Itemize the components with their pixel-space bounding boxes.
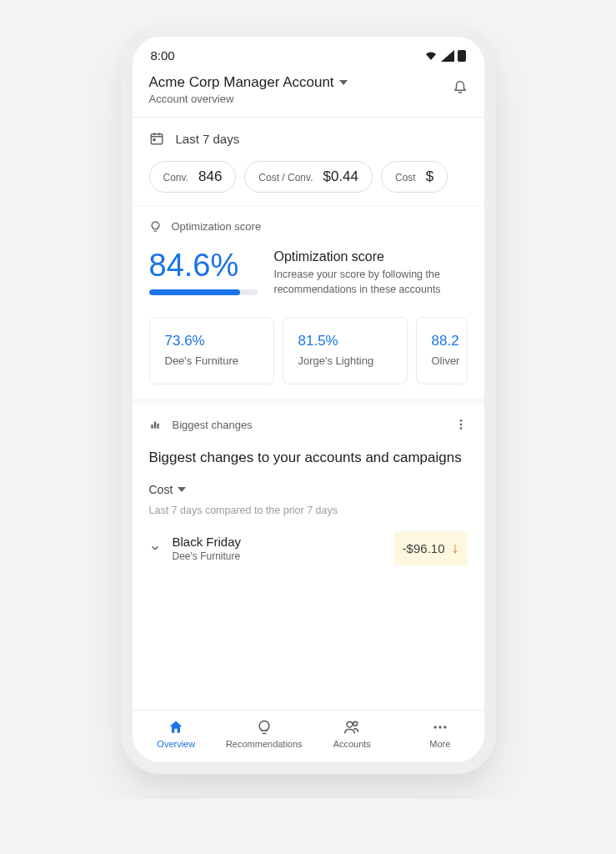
svg-rect-4 <box>157 424 158 429</box>
phone-frame: 8:00 Acme Corp Manager Account Account o… <box>121 25 496 774</box>
metric-dropdown[interactable]: Cost <box>149 483 468 496</box>
metric-label: Cost / Conv. <box>258 172 313 183</box>
status-icons <box>424 50 466 62</box>
change-account: Dee's Furniture <box>173 550 383 562</box>
optimization-section-label: Optimization score <box>172 220 262 233</box>
account-name: Dee's Furniture <box>165 354 258 367</box>
notifications-icon[interactable] <box>453 78 468 94</box>
account-name: Oliver <box>432 354 452 367</box>
svg-rect-2 <box>151 424 153 429</box>
nav-label: Accounts <box>333 739 371 749</box>
account-name: Jorge's Lighting <box>298 354 392 367</box>
change-value: -$96.10 <box>403 541 445 555</box>
optimization-description: Increase your score by following the rec… <box>274 268 468 297</box>
svg-point-6 <box>459 424 462 426</box>
more-horiz-icon <box>432 719 448 736</box>
calendar-icon <box>149 131 164 146</box>
changes-title: Biggest changes to your accounts and cam… <box>149 448 468 468</box>
metric-label: Conv. <box>163 172 188 183</box>
arrow-down-icon: ↓ <box>452 540 459 557</box>
svg-point-10 <box>433 726 436 728</box>
optimization-section: Optimization score 84.6% Optimization sc… <box>133 207 484 398</box>
change-row[interactable]: Black Friday Dee's Furniture -$96.10 ↓ <box>149 531 468 565</box>
svg-point-5 <box>459 419 462 422</box>
status-bar: 8:00 <box>133 37 484 68</box>
home-icon <box>168 719 184 736</box>
nav-label: Overview <box>157 739 195 749</box>
optimization-score-column: 84.6% <box>149 249 258 295</box>
metric-value: 846 <box>198 168 222 185</box>
optimization-progress-bar <box>149 289 258 295</box>
app-header: Acme Corp Manager Account Account overvi… <box>133 68 484 117</box>
svg-point-12 <box>443 726 446 728</box>
svg-rect-0 <box>151 134 163 144</box>
caret-down-icon <box>178 487 186 492</box>
optimization-title: Optimization score <box>274 249 468 264</box>
wifi-icon <box>424 51 438 61</box>
account-score: 81.5% <box>298 333 392 349</box>
metrics-section: Last 7 days Conv. 846 Cost / Conv. $0.44… <box>133 118 484 206</box>
lightbulb-icon <box>256 719 273 736</box>
compare-text: Last 7 days compared to the prior 7 days <box>149 505 468 516</box>
date-range-label: Last 7 days <box>176 132 240 146</box>
metric-chip-conversions[interactable]: Conv. 846 <box>149 161 237 193</box>
account-card[interactable]: 88.2 Oliver <box>416 317 468 384</box>
date-range-selector[interactable]: Last 7 days <box>149 131 468 146</box>
metric-value: $0.44 <box>323 168 358 185</box>
account-name: Acme Corp Manager Account <box>149 74 334 91</box>
lightbulb-icon <box>149 220 162 233</box>
metric-chip-cost[interactable]: Cost $ <box>381 161 448 193</box>
nav-more[interactable]: More <box>396 719 484 749</box>
svg-point-1 <box>153 138 154 140</box>
nav-overview[interactable]: Overview <box>133 719 221 749</box>
divider <box>133 398 484 404</box>
header-subtitle: Account overview <box>149 93 348 105</box>
nav-label: Recommendations <box>226 739 303 749</box>
battery-icon <box>458 50 466 62</box>
svg-point-8 <box>347 721 353 727</box>
change-name: Black Friday <box>173 535 383 549</box>
signal-icon <box>441 50 454 62</box>
optimization-header: Optimization score <box>149 220 468 233</box>
caret-down-icon <box>339 80 348 85</box>
changes-header-left: Biggest changes <box>149 419 253 431</box>
account-score: 88.2 <box>432 333 452 349</box>
accounts-icon <box>343 719 360 736</box>
account-card[interactable]: 73.6% Dee's Furniture <box>149 317 274 384</box>
svg-point-7 <box>459 427 462 430</box>
metric-label: Cost <box>395 172 416 183</box>
change-info: Black Friday Dee's Furniture <box>173 535 383 562</box>
optimization-main: 84.6% Optimization score Increase your s… <box>149 249 468 297</box>
changes-section-label: Biggest changes <box>173 419 253 431</box>
changes-header: Biggest changes <box>149 418 468 431</box>
metric-chip-cost-per-conv[interactable]: Cost / Conv. $0.44 <box>244 161 373 193</box>
chevron-down-icon <box>149 542 161 554</box>
optimization-score: 84.6% <box>149 249 258 281</box>
optimization-text: Optimization score Increase your score b… <box>274 249 468 297</box>
account-score: 73.6% <box>165 333 258 349</box>
account-cards[interactable]: 73.6% Dee's Furniture 81.5% Jorge's Ligh… <box>149 317 468 384</box>
changes-section: Biggest changes Biggest changes to your … <box>133 404 484 572</box>
optimization-progress-fill <box>149 289 241 295</box>
metric-value: $ <box>426 168 433 185</box>
nav-accounts[interactable]: Accounts <box>308 719 397 749</box>
more-vert-icon[interactable] <box>454 418 468 431</box>
account-selector[interactable]: Acme Corp Manager Account <box>149 74 348 91</box>
bar-chart-icon <box>149 419 161 430</box>
screen: 8:00 Acme Corp Manager Account Account o… <box>133 37 484 762</box>
svg-point-9 <box>353 721 358 726</box>
account-card[interactable]: 81.5% Jorge's Lighting <box>283 317 408 384</box>
status-time: 8:00 <box>151 48 175 63</box>
svg-point-11 <box>438 726 441 728</box>
nav-recommendations[interactable]: Recommendations <box>220 719 308 749</box>
header-left: Acme Corp Manager Account Account overvi… <box>149 74 348 105</box>
metric-chips[interactable]: Conv. 846 Cost / Conv. $0.44 Cost $ <box>149 161 468 193</box>
change-value-badge: -$96.10 ↓ <box>394 531 468 565</box>
bottom-nav: Overview Recommendations Accounts More <box>133 710 484 762</box>
svg-rect-3 <box>153 422 155 429</box>
nav-label: More <box>429 739 450 749</box>
dropdown-label: Cost <box>149 483 173 496</box>
